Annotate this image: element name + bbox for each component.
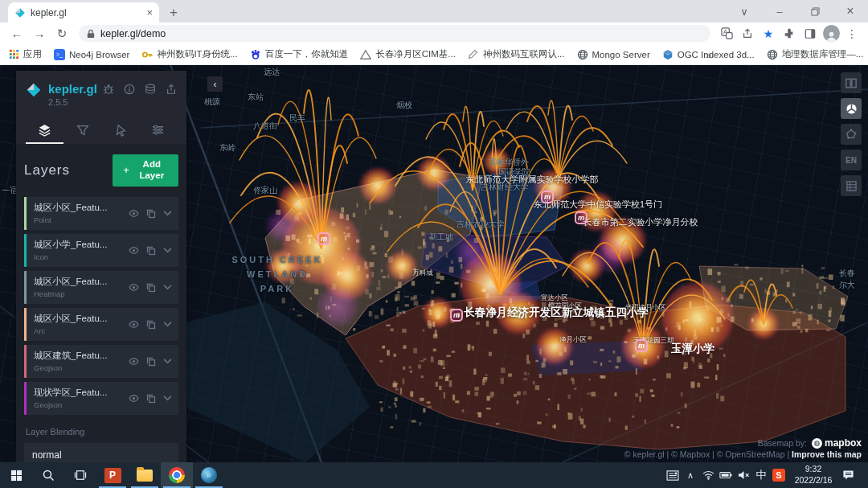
search-button[interactable] [32,462,64,488]
side-panel-icon[interactable] [800,24,820,43]
browser-menu-icon[interactable]: ⋮ [842,24,862,43]
wifi-icon[interactable] [699,462,717,488]
layer-expand-chevron-icon[interactable] [163,211,172,216]
reload-button[interactable]: ↻ [51,24,72,43]
toggle-3d-button[interactable] [841,98,862,119]
data-table-icon[interactable] [145,84,156,95]
task-view-button[interactable] [64,462,96,488]
share-icon[interactable] [738,24,757,43]
start-button[interactable] [0,462,32,488]
layer-expand-chevron-icon[interactable] [163,285,172,290]
kepler-favicon [14,7,26,18]
mapbox-logo[interactable]: ◍mapbox [812,437,862,449]
layer-expand-chevron-icon[interactable] [163,248,172,253]
taskbar-powerpoint[interactable]: P [96,462,129,488]
tab-filters[interactable] [63,117,101,144]
layer-duplicate-icon[interactable] [146,394,156,404]
bookmarks-overflow-chevron[interactable]: » [706,44,711,65]
tray-expand-caret[interactable]: ∧ [682,462,699,488]
layer-duplicate-icon[interactable] [146,209,156,219]
ime-chinese-indicator[interactable]: 中 [752,462,770,488]
taskbar-chrome[interactable] [161,462,193,488]
tab-basemap-settings[interactable] [139,117,177,144]
layer-duplicate-icon[interactable] [146,283,156,293]
attribution-links[interactable]: © kepler.gl | © Mapbox | © OpenStreetMap… [624,449,792,459]
extensions-puzzle-icon[interactable] [780,24,799,43]
export-icon[interactable] [166,84,177,95]
news-widget-icon[interactable] [664,462,682,488]
address-bar[interactable]: kepler.gl/demo [79,25,710,42]
draw-polygon-button[interactable] [841,124,862,145]
map-canvas[interactable]: 远达东站民丰八道街烟校桃源东岭佟家山一宿SOUTH CREEK WETLAND … [0,65,868,462]
layer-item[interactable]: 城区小区_Featu...Point [24,197,178,230]
layer-name: 城区建筑_Featu... [34,350,129,362]
back-button[interactable]: ← [6,24,27,43]
action-center-icon[interactable] [839,462,857,488]
layer-expand-chevron-icon[interactable] [163,396,172,401]
layer-item[interactable]: 城区小区_Featu...Arc [24,308,178,341]
taskbar-clock[interactable]: 9:32 2022/2/16 [788,464,839,486]
window-minimize-button[interactable]: – [762,0,797,23]
bookmark-item[interactable]: 地理数据库管理—... [767,48,864,60]
new-tab-button[interactable]: + [162,2,185,23]
layer-duplicate-icon[interactable] [146,246,156,256]
info-icon[interactable] [124,84,135,95]
bookmark-item[interactable]: Mongo Server [577,49,650,60]
improve-map-link[interactable]: Improve this map [792,449,862,459]
battery-icon[interactable] [717,462,735,488]
neo4j-icon: >_ [54,49,65,60]
school-marker-icon[interactable]: m [317,232,330,245]
map-label: 长春市第二实验小学净月分校 [583,216,698,228]
window-menu-chevron[interactable]: ∨ [727,0,762,23]
layer-expand-chevron-icon[interactable] [163,322,172,327]
layer-visibility-eye-icon[interactable] [129,320,139,329]
forward-button[interactable]: → [29,24,50,43]
panel-collapse-button[interactable]: ‹ [207,76,223,92]
bookmark-item[interactable]: >_Neo4j Browser [54,49,129,60]
school-marker-icon[interactable]: m [575,211,588,224]
window-close-button[interactable]: × [833,0,868,23]
bookmark-item[interactable]: 神州数码互联网认... [468,48,565,60]
bookmark-item[interactable]: 神州数码IT身份统... [141,48,237,60]
bookmark-item[interactable]: 应用 [8,48,42,60]
layer-visibility-eye-icon[interactable] [129,394,139,403]
layer-visibility-eye-icon[interactable] [129,246,139,255]
bug-report-icon[interactable] [103,84,114,95]
school-marker-icon[interactable]: m [450,309,463,322]
sogou-input-icon[interactable]: S [770,462,788,488]
add-layer-button[interactable]: +Add Layer [113,154,178,187]
locale-button[interactable]: EN [841,150,862,170]
legend-button[interactable] [841,175,862,196]
layer-duplicate-icon[interactable] [146,357,156,367]
layer-item[interactable]: 城区小学_Featu...Icon [24,234,178,267]
taskbar-file-explorer[interactable] [129,462,161,488]
layer-visibility-eye-icon[interactable] [129,357,139,366]
tab-layers[interactable] [26,117,63,144]
layer-item[interactable]: 城区建筑_Featu...Geojson [24,345,178,378]
school-marker-icon[interactable]: m [635,339,648,352]
bookmark-item[interactable]: 长春净月区CIM基... [360,48,456,60]
globe-icon [767,49,778,60]
window-restore-button[interactable] [797,0,833,23]
layer-visibility-eye-icon[interactable] [129,283,139,292]
browser-tab-strip: kepler.gl × + ∨ – × [0,0,868,23]
baidu-icon [250,49,261,60]
profile-avatar[interactable] [821,24,841,43]
map-label: 长春净月经济开发区新立城镇五四小学 [464,306,649,320]
browser-tab[interactable]: kepler.gl × [8,2,159,23]
bookmark-star-icon[interactable]: ★ [759,24,778,43]
translate-icon[interactable]: A [717,24,736,43]
layer-blending-select[interactable]: normal [24,443,178,462]
bookmark-item[interactable]: 百度一下，你就知道 [250,48,349,60]
layer-duplicate-icon[interactable] [146,320,156,330]
layer-item[interactable]: 城区小区_Featu...Heatmap [24,271,178,304]
school-marker-icon[interactable]: m [541,191,554,203]
split-map-button[interactable] [841,72,862,93]
layer-item[interactable]: 现状学区_Featu...Geojson [24,382,178,415]
volume-muted-icon[interactable] [735,462,752,488]
layer-expand-chevron-icon[interactable] [163,359,172,364]
taskbar-gis-app[interactable]: ⌕ [193,462,225,488]
tab-interactions[interactable] [101,117,139,144]
tab-close-icon[interactable]: × [146,6,153,18]
layer-visibility-eye-icon[interactable] [129,209,139,218]
